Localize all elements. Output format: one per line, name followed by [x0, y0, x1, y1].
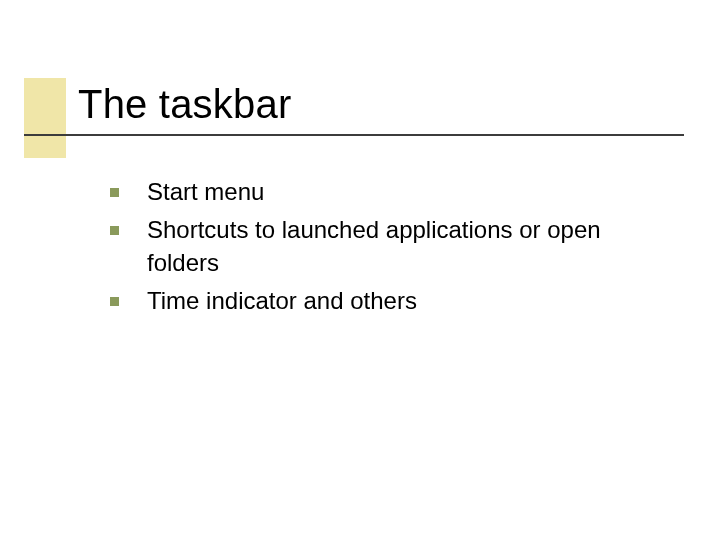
slide: The taskbar Start menu Shortcuts to laun…	[0, 0, 720, 540]
title-accent-block	[24, 78, 66, 158]
list-item: Time indicator and others	[110, 285, 670, 317]
list-item-text: Time indicator and others	[147, 285, 670, 317]
list-item-text: Shortcuts to launched applications or op…	[147, 214, 670, 279]
square-bullet-icon	[110, 188, 119, 197]
list-item-text: Start menu	[147, 176, 670, 208]
square-bullet-icon	[110, 226, 119, 235]
slide-title: The taskbar	[78, 80, 291, 128]
list-item: Start menu	[110, 176, 670, 208]
title-underline	[24, 134, 684, 136]
list-item: Shortcuts to launched applications or op…	[110, 214, 670, 279]
body-text-block: Start menu Shortcuts to launched applica…	[110, 176, 670, 324]
square-bullet-icon	[110, 297, 119, 306]
